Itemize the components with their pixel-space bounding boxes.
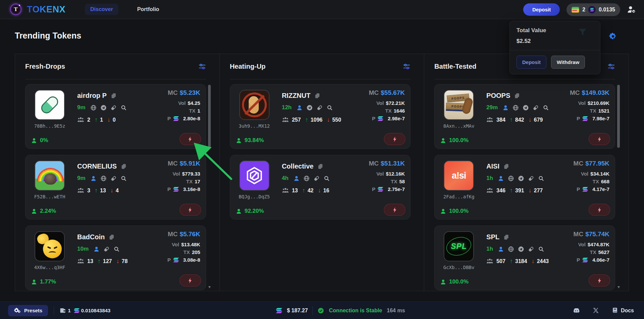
token-card[interactable]: F52B...wETH CORNELIUS 9m [25,155,206,219]
copy-address-icon[interactable] [514,92,520,99]
pill-contract-icon[interactable] [528,246,534,252]
solana-chain-icon [378,187,383,192]
lightning-bolt-icon [596,136,603,142]
creator-person-icon[interactable] [90,175,97,182]
search-icon[interactable] [324,175,330,182]
pill-contract-icon[interactable] [528,175,534,182]
vol-label: Vol [178,100,186,106]
quick-buy-button[interactable] [180,204,201,216]
search-icon[interactable] [543,105,549,111]
discord-icon[interactable] [572,307,580,314]
tx-label: TX [186,179,193,184]
creator-person-icon[interactable] [93,246,100,252]
token-card[interactable]: 4X6w...q3HF BadCoin 10m 13 [25,226,206,290]
copy-address-icon[interactable] [108,234,115,240]
website-globe-icon[interactable] [100,175,107,182]
website-globe-icon[interactable] [508,246,514,252]
creator-person-icon[interactable] [498,175,504,182]
search-icon[interactable] [538,246,544,252]
telegram-icon[interactable] [306,105,313,111]
trending-column-heating-up: Heating-Up 3uh9...MX12 RIZZNUT 12h [219,54,424,291]
token-card[interactable]: SPL GcXb...DBBv SPL 1h [434,226,615,290]
token-image [35,161,65,191]
search-icon[interactable] [327,105,333,111]
token-card[interactable]: BQJg...DqZ5 Collective 4h [230,155,411,219]
price-value: 3.16e-8 [183,185,200,193]
trending-column-battle-tested: Battle-Tested POOPS POOPS 8Axn...xMAv [424,54,629,291]
wallet-summary-pill[interactable]: 2 0.0135 [566,3,620,16]
mc-label: MC [574,231,584,238]
website-globe-icon[interactable] [90,105,97,111]
search-icon[interactable] [120,105,127,111]
column-filter-sliders-icon[interactable] [198,63,206,70]
quick-buy-button[interactable] [589,274,610,286]
creator-person-icon[interactable] [296,105,303,111]
scroll-down-caret-icon[interactable]: ▾ [208,284,211,290]
pill-contract-icon[interactable] [110,175,117,182]
telegram-icon[interactable] [518,246,524,252]
column-scrollbar-thumb[interactable] [617,85,620,148]
copy-address-icon[interactable] [503,234,509,240]
scroll-down-caret-icon[interactable]: ▾ [617,284,620,290]
column-filter-sliders-icon[interactable] [403,63,410,70]
nav-tab-portfolio[interactable]: Portfolio [132,4,165,15]
website-globe-icon[interactable] [512,105,519,111]
telegram-icon[interactable] [523,105,529,111]
website-globe-icon[interactable] [508,175,514,182]
sells-down-arrow-icon: ↓ [116,258,119,265]
pill-contract-icon[interactable] [313,175,320,182]
website-globe-icon[interactable] [303,175,310,182]
sells-count: 2443 [537,258,549,264]
nav-tab-discover[interactable]: Discover [85,4,118,15]
dropdown-deposit-button[interactable]: Deposit [516,56,546,69]
copy-address-icon[interactable] [110,92,117,99]
pill-contract-icon[interactable] [103,246,110,252]
tx-label: TX [391,179,397,184]
creator-person-icon[interactable] [502,105,509,111]
column-scrollbar-thumb[interactable] [208,85,211,148]
quick-buy-button[interactable] [589,204,610,216]
copy-address-icon[interactable] [314,92,320,99]
search-icon[interactable] [538,175,544,182]
token-card[interactable]: 78Bh...9E5z airdrop P 9m [25,84,206,149]
column-filter-sliders-icon[interactable] [607,63,615,70]
token-card[interactable]: a!si 2Fad...afKg AISI 1h [434,155,615,219]
pill-contract-icon[interactable] [110,105,117,111]
quick-buy-button[interactable] [384,133,405,145]
orbit-ring-art [444,234,474,259]
quick-buy-button[interactable] [180,274,201,286]
creator-person-icon[interactable] [293,175,300,182]
creator-person-icon[interactable] [498,246,504,252]
token-card[interactable]: POOPS POOPS 8Axn...xMAv POOPS 29m [434,84,615,149]
x-twitter-icon[interactable] [593,307,599,314]
brand-logo[interactable]: T [10,4,21,15]
settings-gear-icon[interactable] [609,32,617,41]
docs-link[interactable]: Docs [612,307,634,314]
holders-icon [282,116,289,123]
search-icon[interactable] [113,246,120,252]
quick-buy-button[interactable] [589,133,610,145]
dropdown-withdraw-button[interactable]: Withdraw [551,56,585,69]
account-settings-icon[interactable] [627,5,636,14]
mc-label: MC [574,160,584,167]
pill-contract-icon[interactable] [316,105,323,111]
vol-value: $12.16K [386,171,405,177]
token-card[interactable]: 3uh9...MX12 RIZZNUT 12h [230,84,411,149]
pill-contract-icon[interactable] [533,105,539,111]
quick-buy-button[interactable] [180,133,201,145]
token-logo-block: F52B...wETH [31,159,68,215]
token-name: AISI [486,163,499,170]
footer-wallet-summary[interactable]: 1 0.010843843 [60,308,110,313]
quick-buy-button[interactable] [384,204,405,216]
copy-address-icon[interactable] [317,163,324,170]
copy-address-icon[interactable] [503,163,509,170]
copy-address-icon[interactable] [120,163,127,170]
price-label: P [372,115,375,122]
telegram-icon[interactable] [518,175,524,182]
telegram-icon[interactable] [100,105,107,111]
pill-art [39,94,60,116]
presets-button[interactable]: Presets [8,305,48,316]
deposit-button[interactable]: Deposit [523,3,560,16]
search-icon[interactable] [120,175,127,182]
mc-label: MC [570,89,580,96]
